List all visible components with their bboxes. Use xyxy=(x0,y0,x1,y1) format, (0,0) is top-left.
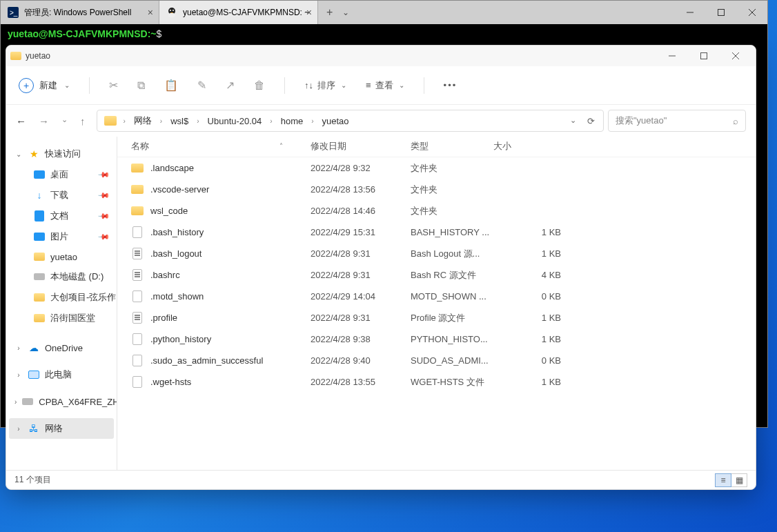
file-icon xyxy=(131,226,144,239)
sidebar-onedrive[interactable]: › ☁ OneDrive xyxy=(9,338,114,357)
explorer-titlebar[interactable]: yuetao xyxy=(6,46,756,66)
close-button[interactable] xyxy=(736,1,767,24)
sidebar-item-documents[interactable]: 文档 📌 xyxy=(9,206,114,226)
terminal-window-controls xyxy=(674,1,767,24)
sidebar-item-disk[interactable]: 本地磁盘 (D:) xyxy=(9,266,114,287)
breadcrumb-item[interactable]: home xyxy=(277,116,308,126)
minimize-button[interactable] xyxy=(656,46,688,66)
sidebar-item-downloads[interactable]: ↓ 下载 📌 xyxy=(9,185,114,206)
column-header-type[interactable]: 类型 xyxy=(411,140,493,152)
terminal-tab-wsl[interactable]: yuetao@MS-CJAFVMKPMNSD: ~ × xyxy=(159,1,318,24)
breadcrumb-item[interactable]: wsl$ xyxy=(166,116,193,126)
paste-icon[interactable]: 📋 xyxy=(164,79,178,92)
file-type: 文件夹 xyxy=(411,184,520,196)
more-button[interactable]: ••• xyxy=(444,80,458,90)
column-header-size[interactable]: 大小 xyxy=(493,140,542,152)
column-header-name[interactable]: 名称 ˄ xyxy=(131,140,311,152)
close-button[interactable] xyxy=(720,46,751,66)
table-row[interactable]: .vscode-server2022/4/28 13:56文件夹 xyxy=(117,179,756,200)
network-icon: 🖧 xyxy=(28,423,39,434)
breadcrumb-item[interactable]: yuetao xyxy=(318,116,353,126)
sort-icon: ↑↓ xyxy=(304,80,313,90)
sidebar-drive[interactable]: › CPBA_X64FRE_ZH xyxy=(9,392,114,411)
column-header-date[interactable]: 修改日期 xyxy=(311,140,411,152)
folder-icon xyxy=(104,116,117,126)
picture-icon xyxy=(34,231,45,242)
forward-button[interactable]: → xyxy=(39,115,49,127)
file-type: BASH_HISTORY ... xyxy=(411,227,520,237)
details-view-button[interactable]: ≡ xyxy=(715,473,731,487)
sidebar-this-pc[interactable]: › 此电脑 xyxy=(9,364,114,385)
up-button[interactable]: ↑ xyxy=(80,115,86,127)
search-input[interactable]: 搜索"yuetao" ⌕ xyxy=(608,110,746,132)
file-type: Profile 源文件 xyxy=(411,312,520,324)
search-icon: ⌕ xyxy=(733,116,738,126)
close-icon[interactable]: × xyxy=(306,7,312,18)
file-date: 2022/4/28 9:40 xyxy=(311,355,411,366)
tab-dropdown-button[interactable]: ⌄ xyxy=(342,8,349,17)
sidebar-item-desktop[interactable]: 桌面 📌 xyxy=(9,164,114,185)
file-type: 文件夹 xyxy=(411,205,520,217)
file-name: .sudo_as_admin_successful xyxy=(150,355,311,366)
maximize-button[interactable] xyxy=(705,1,736,24)
table-row[interactable]: .bashrc2022/4/28 9:31Bash RC 源文件4 KB xyxy=(117,264,756,286)
table-row[interactable]: .motd_shown2022/4/29 14:04MOTD_SHOWN ...… xyxy=(117,286,756,307)
file-name: .landscape xyxy=(150,163,311,173)
maximize-button[interactable] xyxy=(688,46,720,66)
sidebar-label: 下载 xyxy=(50,189,68,201)
table-row[interactable]: .sudo_as_admin_successful2022/4/28 9:40S… xyxy=(117,350,756,371)
svg-point-4 xyxy=(170,10,171,11)
cut-icon[interactable]: ✂ xyxy=(109,79,118,92)
back-button[interactable]: ← xyxy=(16,115,26,127)
recent-button[interactable]: ⌄ xyxy=(61,115,68,127)
table-row[interactable]: .python_history2022/4/28 9:38PYTHON_HIST… xyxy=(117,328,756,350)
new-button[interactable]: + 新建 ⌄ xyxy=(19,78,70,93)
sidebar-label: 桌面 xyxy=(50,168,68,181)
column-label: 类型 xyxy=(411,141,429,151)
sidebar-item-pictures[interactable]: 图片 📌 xyxy=(9,226,114,247)
sidebar-item-folder[interactable]: yuetao xyxy=(9,247,114,266)
table-row[interactable]: .wget-hsts2022/4/28 13:55WGET-HSTS 文件1 K… xyxy=(117,371,756,393)
status-text: 11 个项目 xyxy=(14,474,51,486)
folder-icon xyxy=(34,292,45,303)
share-icon[interactable]: ↗ xyxy=(226,79,235,92)
sidebar-network[interactable]: › 🖧 网络 xyxy=(9,418,114,439)
rename-icon[interactable]: ✎ xyxy=(197,79,206,92)
explorer-window: yuetao + 新建 ⌄ ✂ ⧉ 📋 ✎ ↗ 🗑 ↑↓ 排序 ⌄ ≡ 查看 ⌄ xyxy=(6,45,756,490)
copy-icon[interactable]: ⧉ xyxy=(137,79,145,92)
column-label: 名称 xyxy=(131,140,149,152)
sidebar-item-folder[interactable]: 沿街国医堂 xyxy=(9,308,114,328)
sidebar-label: 网络 xyxy=(45,422,63,435)
table-row[interactable]: .bash_history2022/4/29 15:31BASH_HISTORY… xyxy=(117,221,756,243)
new-tab-button[interactable]: + xyxy=(326,6,333,19)
breadcrumb-item[interactable]: Ubuntu-20.04 xyxy=(204,116,266,126)
table-row[interactable]: .profile2022/4/28 9:31Profile 源文件1 KB xyxy=(117,307,756,328)
file-icon xyxy=(131,333,144,346)
list-header: 名称 ˄ 修改日期 类型 大小 xyxy=(117,137,756,157)
terminal-tab-powershell[interactable]: >_ 管理员: Windows PowerShell × xyxy=(1,1,159,24)
folder-icon xyxy=(34,313,45,324)
delete-icon[interactable]: 🗑 xyxy=(254,79,265,92)
file-icon xyxy=(131,312,144,324)
table-row[interactable]: .bash_logout2022/4/28 9:31Bash Logout 源.… xyxy=(117,243,756,264)
view-button[interactable]: ≡ 查看 ⌄ xyxy=(366,79,404,92)
sort-button[interactable]: ↑↓ 排序 ⌄ xyxy=(304,79,346,92)
table-row[interactable]: .landscape2022/4/28 9:32文件夹 xyxy=(117,157,756,179)
close-icon[interactable]: × xyxy=(148,7,153,18)
file-size: 4 KB xyxy=(520,270,561,280)
separator xyxy=(89,77,90,94)
chevron-down-icon: ⌄ xyxy=(341,81,346,89)
file-date: 2022/4/28 13:56 xyxy=(311,184,411,195)
refresh-button[interactable]: ⟳ xyxy=(587,116,595,126)
table-row[interactable]: wsl_code2022/4/28 14:46文件夹 xyxy=(117,200,756,221)
minimize-button[interactable] xyxy=(674,1,705,24)
breadcrumb-item[interactable]: 网络 xyxy=(130,115,156,127)
sidebar-quick-access[interactable]: ⌄ ★ 快速访问 xyxy=(9,144,114,164)
terminal-body[interactable]: yuetao@MS-CJAFVMKPMNSD:~$ xyxy=(1,24,767,43)
address-bar[interactable]: › 网络 › wsl$ › Ubuntu-20.04 › home › yuet… xyxy=(97,110,604,132)
file-date: 2022/4/28 9:31 xyxy=(311,313,411,323)
sidebar-item-folder[interactable]: 大创项目-弦乐作 xyxy=(9,287,114,308)
address-dropdown-button[interactable]: ⌄ xyxy=(570,116,576,126)
tiles-view-button[interactable]: ▦ xyxy=(731,473,747,487)
sidebar-label: OneDrive xyxy=(45,343,83,353)
